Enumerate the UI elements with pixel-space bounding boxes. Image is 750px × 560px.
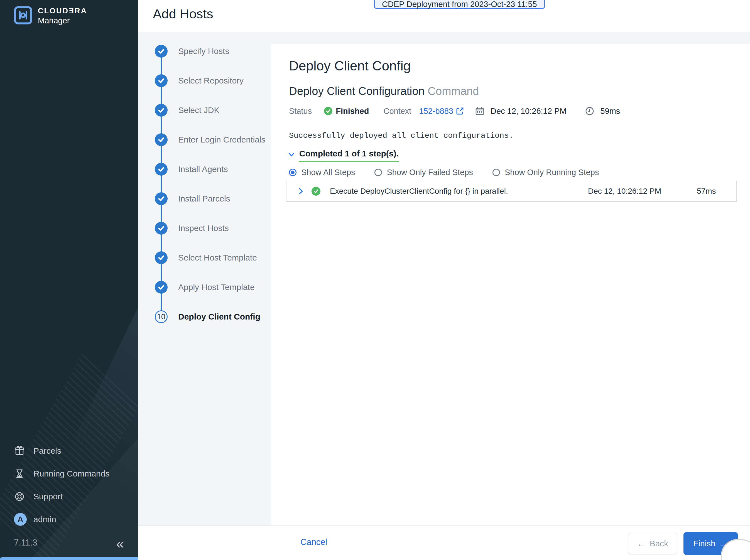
wizard-step-specify-hosts: Specify Hosts [155, 45, 229, 58]
wizard-step-label: Specify Hosts [178, 46, 229, 56]
wizard-step-label: Select Repository [178, 76, 243, 85]
command-result-message: Successfully deployed all client configu… [289, 132, 514, 140]
status-value: Finished [336, 106, 369, 116]
chevron-down-icon [288, 151, 295, 158]
command-step-row[interactable]: Execute DeployClusterClientConfig for {}… [286, 181, 737, 202]
step-done-icon [155, 192, 167, 205]
filter-show-only-running-steps[interactable]: Show Only Running Steps [492, 168, 599, 177]
wizard-step-install-parcels: Install Parcels [155, 192, 230, 205]
wizard-step-label: Install Agents [178, 164, 228, 174]
progress-summary: Completed 1 of 1 step(s). [299, 149, 399, 162]
top-bar: Add Hosts CDEP Deployment from 2023-Oct-… [138, 0, 750, 32]
version-label: 7.11.3 [14, 538, 37, 548]
step-number-badge: 10 [155, 310, 167, 323]
step-date: Dec 12, 10:26:12 PM [588, 187, 661, 196]
brand-name: CLOUDƎRA [38, 7, 87, 15]
collapse-sidebar-icon[interactable]: « [116, 537, 124, 551]
wizard-step-label: Inspect Hosts [178, 223, 229, 233]
command-detail-card: Deploy Client Config Deploy Client Confi… [272, 44, 750, 525]
sidebar-item-support[interactable]: Support [0, 485, 138, 508]
command-status-row: Status Finished Context 152-b883 [289, 105, 620, 117]
command-subtitle: Deploy Client Configuration Command [289, 85, 479, 97]
step-done-icon [155, 104, 167, 117]
sidebar-item-label: Running Commands [34, 469, 110, 478]
command-duration: 59ms [585, 106, 620, 116]
sidebar: CLOUDƎRA Manager Parcels [0, 0, 138, 560]
command-subtitle-suffix: Command [428, 85, 479, 97]
sidebar-item-label: Support [34, 492, 63, 501]
life-ring-icon [14, 491, 27, 502]
step-filters: Show All Steps Show Only Failed Steps Sh… [289, 168, 599, 177]
command-title: Deploy Client Config [289, 58, 411, 74]
sidebar-item-running-commands[interactable]: Running Commands [0, 462, 138, 485]
radio-selected-icon [289, 169, 296, 176]
cloudera-manager-logo[interactable]: CLOUDƎRA Manager [14, 6, 87, 26]
command-date: Dec 12, 10:26:12 PM [491, 106, 566, 116]
sidebar-item-parcels[interactable]: Parcels [0, 439, 138, 462]
avatar: A [14, 513, 27, 526]
arrow-left-icon: ← [637, 539, 646, 549]
wizard-step-apply-host-template: Apply Host Template [155, 281, 255, 294]
duration-value: 59ms [600, 106, 620, 116]
command-subtitle-main: Deploy Client Configuration [289, 85, 425, 97]
deployment-badge: CDEP Deployment from 2023-Oct-23 11:55 [374, 0, 545, 9]
step-done-icon [155, 281, 167, 294]
sidebar-item-admin[interactable]: A admin [0, 508, 138, 531]
wizard-step-label: Deploy Client Config [178, 312, 260, 321]
wizard-step-label: Select Host Template [178, 253, 257, 262]
page-title: Add Hosts [153, 6, 213, 21]
hourglass-icon [14, 468, 27, 479]
wizard-step-enter-login-credentials: Enter Login Credentials [155, 133, 265, 146]
steps-expander[interactable]: Completed 1 of 1 step(s). [288, 149, 399, 162]
back-button[interactable]: ← Back [628, 533, 677, 555]
success-check-icon [324, 107, 332, 115]
success-check-icon [312, 187, 320, 196]
wizard-step-list: Specify Hosts Select Repository Select J… [138, 32, 272, 366]
wizard-step-label: Install Parcels [178, 194, 230, 203]
wizard-step-label: Apply Host Template [178, 282, 255, 292]
sidebar-bottom-nav: Parcels Running Commands [0, 439, 138, 531]
sidebar-item-label: admin [34, 515, 56, 524]
brand-product: Manager [38, 16, 87, 25]
step-done-icon [155, 222, 167, 235]
radio-icon [492, 169, 500, 176]
wizard-step-inspect-hosts: Inspect Hosts [155, 222, 229, 235]
wizard-step-select-repository: Select Repository [155, 74, 243, 87]
wizard-step-select-jdk: Select JDK [155, 104, 219, 117]
wizard-step-label: Enter Login Credentials [178, 135, 265, 144]
wizard-step-deploy-client-config: 10 Deploy Client Config [155, 310, 260, 323]
wizard-step-label: Select JDK [178, 105, 219, 115]
gift-icon [14, 445, 27, 457]
filter-show-only-failed-steps[interactable]: Show Only Failed Steps [374, 168, 473, 177]
filter-show-all-steps[interactable]: Show All Steps [289, 168, 355, 177]
radio-icon [374, 169, 382, 176]
wizard-step-select-host-template: Select Host Template [155, 251, 257, 264]
calendar-icon [475, 106, 485, 116]
command-start-time: Dec 12, 10:26:12 PM [475, 106, 566, 116]
context-label: Context [383, 106, 411, 116]
cloudera-manager-add-hosts-screen: CLOUDƎRA Manager Parcels [0, 0, 750, 560]
step-description: Execute DeployClusterClientConfig for {}… [330, 187, 588, 196]
step-done-icon [155, 163, 167, 176]
step-done-icon [155, 45, 167, 58]
cloudera-logo-icon [14, 6, 32, 26]
wizard-footer: Cancel ← Back Finish → [138, 525, 750, 560]
status-label: Status [289, 106, 312, 116]
sidebar-bottom-strip [0, 557, 138, 560]
step-duration: 57ms [697, 187, 720, 196]
wizard-connector-line [161, 52, 162, 317]
step-done-icon [155, 251, 167, 264]
wizard-step-install-agents: Install Agents [155, 163, 228, 176]
chevron-right-icon[interactable] [298, 187, 304, 195]
context-link[interactable]: 152-b883 [419, 106, 464, 116]
cancel-button[interactable]: Cancel [300, 537, 328, 547]
step-done-icon [155, 74, 167, 87]
step-done-icon [155, 133, 167, 146]
status-badge: Finished [324, 106, 369, 116]
external-link-icon [456, 107, 464, 115]
clock-icon [585, 106, 594, 116]
sidebar-item-label: Parcels [34, 446, 61, 456]
